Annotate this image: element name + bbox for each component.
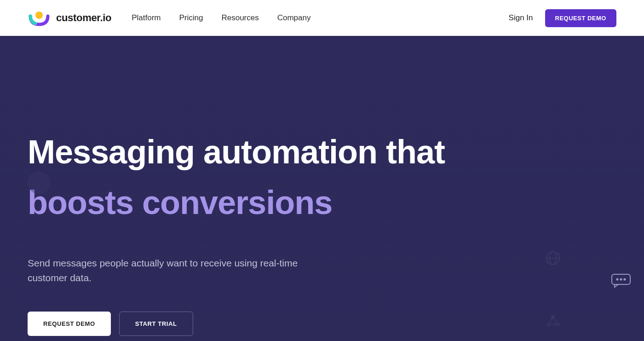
hero-heading: Messaging automation that boosts convers… bbox=[28, 135, 616, 220]
logo[interactable]: customer.io bbox=[28, 10, 111, 26]
chat-widget-button[interactable] bbox=[611, 273, 631, 288]
svg-point-8 bbox=[616, 278, 618, 280]
request-demo-button[interactable]: REQUEST DEMO bbox=[545, 9, 616, 27]
main-nav: Platform Pricing Resources Company bbox=[132, 13, 310, 23]
decorative-network-icon bbox=[545, 313, 561, 330]
logo-text: customer.io bbox=[56, 12, 111, 24]
header-actions: Sign In REQUEST DEMO bbox=[509, 9, 616, 27]
svg-point-9 bbox=[620, 278, 621, 280]
hero-request-demo-button[interactable]: REQUEST DEMO bbox=[28, 312, 111, 336]
hero-section: Messaging automation that boosts convers… bbox=[0, 36, 644, 341]
svg-point-10 bbox=[624, 278, 625, 280]
hero-subtitle: Send messages people actually want to re… bbox=[28, 256, 313, 285]
decorative-circle bbox=[28, 171, 51, 194]
site-header: customer.io Platform Pricing Resources C… bbox=[0, 0, 644, 36]
svg-point-0 bbox=[35, 12, 43, 19]
nav-company[interactable]: Company bbox=[277, 13, 311, 23]
hero-title-line-2: boosts conversions bbox=[28, 185, 616, 220]
nav-pricing[interactable]: Pricing bbox=[179, 13, 203, 23]
decorative-globe-icon bbox=[545, 250, 561, 266]
hero-cta-group: REQUEST DEMO START TRIAL bbox=[28, 312, 616, 336]
hero-title-line-1: Messaging automation that bbox=[28, 133, 445, 170]
hero-start-trial-button[interactable]: START TRIAL bbox=[119, 312, 193, 336]
nav-resources[interactable]: Resources bbox=[221, 13, 259, 23]
sign-in-link[interactable]: Sign In bbox=[509, 13, 533, 23]
nav-platform[interactable]: Platform bbox=[132, 13, 161, 23]
logo-mark-icon bbox=[28, 10, 51, 26]
